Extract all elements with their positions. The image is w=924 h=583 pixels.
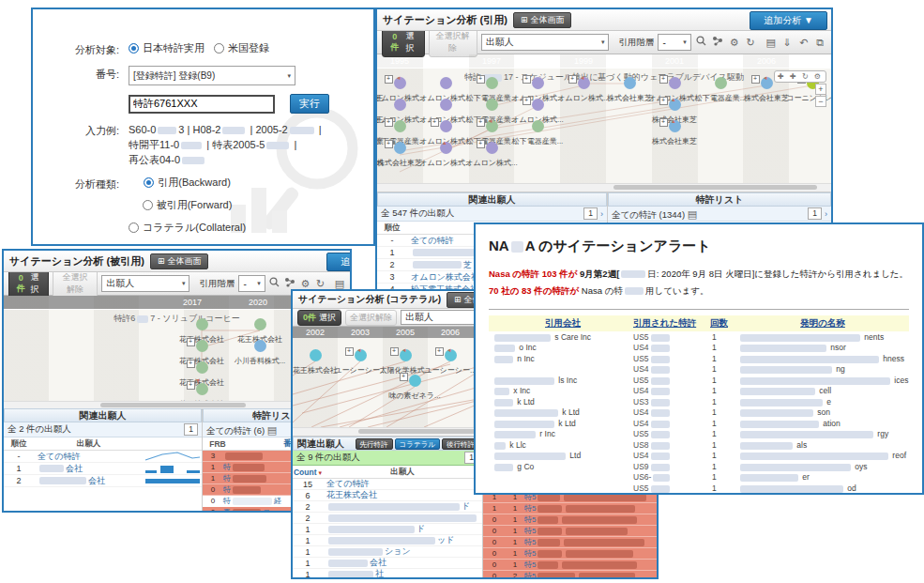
fullscreen-button[interactable]: ⊞ 全体画面 [150,253,209,269]
patent-dot[interactable] [440,99,452,111]
patent-row[interactable]: 0 1 特5 [483,548,657,560]
citation-layer-select[interactable]: -▾ [238,275,265,292]
applicant-select[interactable]: 出願人▾ [101,275,189,292]
patent-dot[interactable] [196,318,208,330]
selected-count-button[interactable]: 0件選択 [8,268,49,299]
cited-patent[interactable]: US5 [633,429,710,438]
cited-patent[interactable]: US4 [633,419,710,428]
horizontal-scrollbar[interactable] [377,183,831,192]
expand-icon[interactable]: + [477,140,485,148]
patent-row[interactable]: 1 1 特5 [483,503,657,514]
patent-row[interactable]: 0 1 特5 [483,526,657,537]
cited-patent[interactable]: US4 [633,407,710,417]
expand-icon[interactable]: + [435,347,444,356]
expand-icon[interactable]: + [187,338,195,346]
patent-link[interactable]: 特5 [524,503,657,514]
cited-patent[interactable]: US9 [633,462,710,471]
patent-node[interactable]: + 小川香料株式... [230,339,290,366]
patent-dot[interactable] [310,349,322,361]
patent-link[interactable]: 特5 [524,514,657,525]
analysis-target-radio[interactable]: 日本特許実用 [129,41,204,55]
patent-dot[interactable] [669,77,681,89]
zoom-in-button[interactable]: + [815,84,826,95]
run-button[interactable]: 実行 [290,94,329,114]
cited-patent[interactable]: US4 [633,451,710,460]
number-type-select[interactable]: [登録特許] 登録(B9) ▾ [129,66,295,85]
expand-icon[interactable]: + [390,347,399,356]
expand-icon[interactable]: + [400,373,408,381]
patent-node[interactable]: + 味の素ゼネラ... [385,374,445,401]
patent-dot[interactable] [196,340,208,352]
patent-link[interactable]: 特5 [524,548,657,559]
network-icon[interactable] [711,35,724,50]
expand-icon[interactable]: + [477,118,485,127]
applicant-row[interactable]: 2 ド [293,501,482,513]
search-icon[interactable] [695,35,708,50]
cited-patent[interactable]: US8 [633,440,710,450]
page-number[interactable]: 1 [583,207,598,220]
applicant-link[interactable]: 社 [323,568,482,577]
scrollbar-thumb[interactable] [100,403,246,407]
citation-layer-select[interactable]: -▾ [658,34,690,51]
patent-dot[interactable] [624,77,636,89]
applicant-link[interactable]: 会社 [34,463,144,475]
expand-icon[interactable]: + [187,360,195,368]
invention-name-header[interactable]: 発明の名称 [736,317,909,330]
prior-patents-button[interactable]: 先行特許 [356,438,393,450]
patent-dot[interactable] [532,120,544,132]
save-icon[interactable]: ▤ [688,208,697,220]
patent-dot[interactable] [486,142,498,154]
citing-company-header[interactable]: 引用会社 [489,317,633,330]
expand-icon[interactable]: + [345,347,354,356]
applicant-link[interactable]: 全ての特許 [34,451,144,463]
scrollbar-thumb[interactable] [613,185,818,190]
patent-dot[interactable] [440,77,452,89]
cited-patent-header[interactable]: 引用された特許 [633,317,710,330]
expand-icon[interactable]: + [659,118,668,127]
patent-node[interactable]: + オムロン株式... [462,141,522,168]
analysis-target-radio[interactable]: 米国登録 [214,41,269,55]
patent-dot[interactable] [532,77,544,89]
expand-icon[interactable]: + [568,75,577,84]
applicant-link[interactable]: 会社 [34,475,144,487]
cited-patent[interactable]: US5 [633,354,710,363]
download-icon[interactable]: ⇓ [780,35,794,50]
expand-icon[interactable]: + [751,75,760,84]
expand-icon[interactable]: + [659,97,668,105]
save-icon[interactable]: ▤ [765,35,778,50]
patent-node[interactable]: + 花王株式会社 [172,382,232,401]
save-icon[interactable]: ▤ [267,424,277,436]
patent-dot[interactable] [532,99,544,111]
add-analysis-button[interactable]: 追加分析 ▼ [326,253,350,271]
patent-dot[interactable] [409,375,421,387]
patent-dot[interactable] [486,77,498,89]
deselect-all-button[interactable]: 全選択解除 [53,268,98,299]
expand-icon[interactable]: + [477,75,485,84]
patent-dot[interactable] [440,120,452,132]
analysis-type-radio[interactable]: 引用(Backward) [144,176,231,190]
cited-patent[interactable]: US4 [633,343,710,352]
add-analysis-button[interactable]: 追加分析 ▼ [750,11,827,30]
collateral-button[interactable]: コラテラル [395,438,440,450]
expand-icon[interactable]: + [523,97,531,105]
fullscreen-button[interactable]: ⊞ 全体画面 [513,12,572,28]
patent-link[interactable]: 特5 [524,526,657,536]
patent-node[interactable]: + 式 [377,141,410,168]
applicant-row[interactable]: 1 会社 [4,463,202,475]
applicant-row[interactable]: 2 会社 [4,475,202,487]
patent-row[interactable]: 0 1 特5 [483,514,657,526]
expand-icon[interactable]: + [431,118,439,127]
undo-icon[interactable]: ↶ [797,35,810,50]
pan-control[interactable]: ✚ ✚ ↻ ⚙ [774,70,826,83]
search-icon[interactable] [269,276,280,291]
citation-graph[interactable]: 特許17 - スケジュール検出に基づく動的ウェアラブルデバイス駆動 + ◂ オム… [377,69,831,183]
selected-count-button[interactable]: 0件選択 [297,310,341,326]
count-header[interactable]: 回数 [710,317,736,330]
analysis-type-radio[interactable]: 被引用(Forward) [143,198,233,212]
selected-count-button[interactable]: 0件選択 [382,27,425,57]
applicant-link[interactable] [323,514,482,522]
applicant-row[interactable]: - 全ての特許 [4,451,202,463]
patent-row[interactable]: 0 1 特5 [483,560,657,571]
applicant-select[interactable]: 出願人▾ [481,34,610,51]
applicant-link[interactable]: ド [323,500,482,513]
